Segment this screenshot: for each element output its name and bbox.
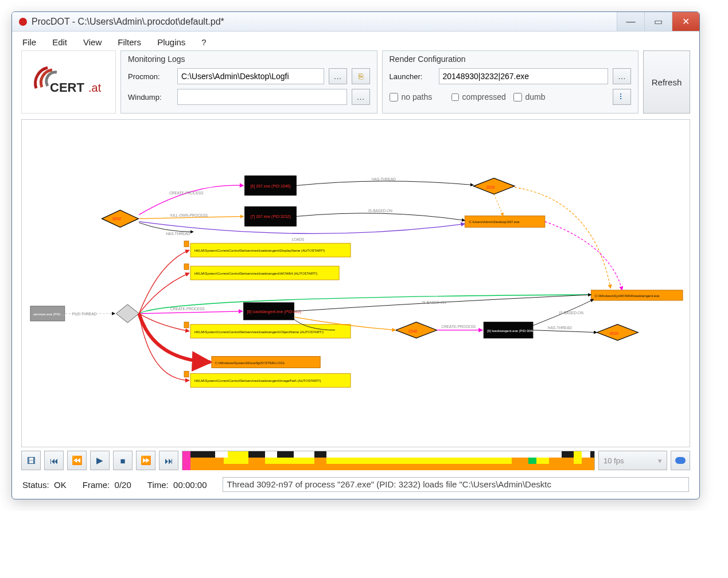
record-dot-icon: [19, 18, 27, 26]
svg-text:[6] 267.exe (PID:1040): [6] 267.exe (PID:1040): [251, 184, 291, 189]
skip-start-button[interactable]: ⏮: [44, 451, 64, 470]
svg-text:.at: .at: [88, 81, 102, 94]
film-button[interactable]: 🎞: [21, 451, 41, 470]
menu-filters[interactable]: Filters: [118, 37, 141, 47]
graph-options-button[interactable]: ⠇: [613, 89, 631, 105]
menu-view[interactable]: View: [83, 37, 102, 47]
svg-text:2836: 2836: [486, 185, 495, 189]
svg-text:CERT: CERT: [50, 80, 84, 95]
stop-button[interactable]: ■: [113, 451, 133, 470]
procmon-browse-button[interactable]: …: [329, 68, 347, 84]
svg-text:CREATE-PROCESS: CREATE-PROCESS: [441, 325, 476, 329]
svg-text:[8] loadstangent.exe (PID:812): [8] loadstangent.exe (PID:812): [247, 310, 302, 314]
svg-text:IS-BASED-ON: IS-BASED-ON: [559, 311, 583, 315]
svg-text:HAS-THREAD: HAS-THREAD: [166, 232, 190, 236]
refresh-button[interactable]: Refresh: [643, 50, 690, 114]
svg-text:C:\Windows\SysWOW64\loadstange: C:\Windows\SysWOW64\loadstangent.exe: [595, 294, 660, 298]
svg-text:C:\Windows\System32\config\SYS: C:\Windows\System32\config\SYSTEM.LOG1: [215, 361, 285, 365]
svg-text:1940: 1940: [408, 329, 418, 333]
node-diamond-center[interactable]: [116, 304, 139, 323]
menu-help[interactable]: ?: [201, 37, 206, 47]
render-config-panel: Render Configuration Launcher: … no path…: [382, 50, 639, 114]
svg-text:C:\Users\Admin\Desktop\267.exe: C:\Users\Admin\Desktop\267.exe: [469, 220, 520, 224]
svg-text:HAS-THREAD: HAS-THREAD: [548, 326, 572, 330]
rewind-button[interactable]: ⏪: [67, 451, 87, 470]
menu-plugins[interactable]: Plugins: [157, 37, 185, 47]
window-title: ProcDOT - C:\Users\Admin\.procdot\defaul…: [32, 17, 617, 27]
launcher-label: Launcher:: [390, 72, 434, 81]
windump-browse-button[interactable]: …: [352, 89, 370, 105]
svg-text:3092: 3092: [112, 217, 121, 221]
launcher-browse-button[interactable]: …: [613, 68, 631, 84]
windump-label: Windump:: [128, 93, 173, 101]
svg-text:HKLM\System\CurrentControlSet\: HKLM\System\CurrentControlSet\services\l…: [194, 379, 321, 382]
svg-rect-21: [184, 264, 189, 270]
graph-canvas[interactable]: services.exe (PID: ...) FILE-THREAD 3092…: [21, 119, 690, 447]
event-log: Thread 3092-n97 of process "267.exe" (PI…: [223, 477, 689, 492]
launcher-input[interactable]: [439, 68, 609, 84]
app-window: ProcDOT - C:\Users\Admin\.procdot\defaul…: [11, 11, 700, 499]
svg-text:services.exe (PID: ...): services.exe (PID: ...): [33, 313, 66, 316]
windump-input[interactable]: [177, 89, 347, 105]
timeline[interactable]: [182, 451, 595, 470]
svg-text:CREATE-PROCESS: CREATE-PROCESS: [169, 191, 204, 195]
menubar: File Edit View Filters Plugins ?: [12, 32, 699, 50]
svg-text:HAS-THREAD: HAS-THREAD: [372, 177, 396, 181]
playback-bar: 🎞 ⏮ ⏪ ▶ ■ ⏩ ⏭ 10 fps▾: [12, 447, 699, 474]
svg-text:IS-BASED-ON: IS-BASED-ON: [422, 300, 446, 304]
minimize-button[interactable]: —: [617, 12, 644, 31]
svg-rect-22: [184, 322, 189, 328]
status-value: OK: [54, 480, 67, 490]
procmon-unlink-button[interactable]: ⎘: [352, 68, 370, 84]
close-button[interactable]: ✕: [672, 12, 699, 31]
svg-text:4029: 4029: [609, 331, 618, 335]
fps-select[interactable]: 10 fps▾: [598, 451, 667, 470]
monitoring-title: Monitoring Logs: [128, 54, 370, 64]
svg-rect-20: [184, 241, 189, 247]
skip-end-button[interactable]: ⏭: [159, 451, 178, 470]
frame-value: 0/20: [115, 480, 131, 490]
menu-file[interactable]: File: [22, 37, 36, 47]
svg-text:HKLM\System\CurrentControlSet\: HKLM\System\CurrentControlSet\services\l…: [194, 330, 324, 334]
menu-edit[interactable]: Edit: [52, 37, 67, 47]
procmon-input[interactable]: [177, 68, 324, 84]
svg-text:KILL-OWN-PROCESS: KILL-OWN-PROCESS: [170, 213, 208, 217]
maximize-button[interactable]: ▭: [644, 12, 672, 31]
render-title: Render Configuration: [390, 54, 632, 64]
svg-text:CREATE-PROCESS: CREATE-PROCESS: [170, 307, 205, 311]
titlebar[interactable]: ProcDOT - C:\Users\Admin\.procdot\defaul…: [12, 12, 699, 32]
no-paths-check[interactable]: no paths: [390, 92, 434, 101]
svg-text:LOADS: LOADS: [291, 237, 305, 241]
compressed-check[interactable]: compressed: [451, 92, 496, 101]
forward-button[interactable]: ⏩: [136, 451, 155, 470]
svg-text:IS-BASED-ON: IS-BASED-ON: [368, 209, 392, 213]
time-value: 00:00:00: [173, 480, 207, 490]
svg-text:[9] loadstangent.exe (PID:3040: [9] loadstangent.exe (PID:3040): [487, 329, 535, 333]
record-button[interactable]: [671, 451, 690, 470]
svg-text:HKLM\System\CurrentControlSet\: HKLM\System\CurrentControlSet\services\l…: [194, 272, 317, 275]
chevron-down-icon: ▾: [658, 456, 662, 465]
svg-text:[7] 267.exe (PID:3232): [7] 267.exe (PID:3232): [251, 214, 291, 219]
svg-rect-23: [184, 371, 189, 377]
dumb-check[interactable]: dumb: [513, 92, 558, 101]
status-bar: Status: OK Frame: 0/20 Time: 00:00:00 Th…: [12, 474, 699, 499]
svg-text:HKLM\System\CurrentControlSet\: HKLM\System\CurrentControlSet\services\l…: [194, 249, 325, 252]
procmon-label: Procmon:: [128, 72, 173, 81]
play-button[interactable]: ▶: [90, 451, 110, 470]
cert-logo: CERT .at: [21, 50, 116, 114]
monitoring-logs-panel: Monitoring Logs Procmon: … ⎘ Windump: …: [120, 50, 377, 114]
